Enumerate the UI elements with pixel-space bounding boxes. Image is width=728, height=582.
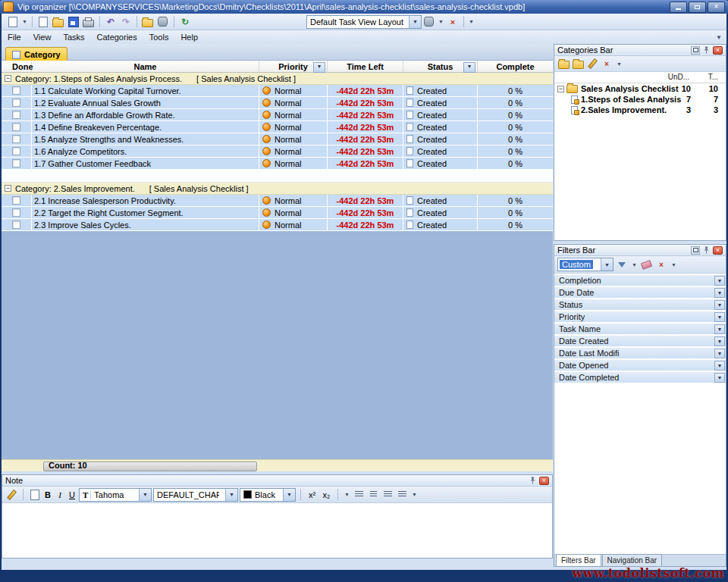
layout-select[interactable]: Default Task View Layout ▼	[306, 15, 422, 29]
categories-close-button[interactable]: ×	[713, 46, 723, 55]
align-center-button[interactable]	[367, 488, 380, 501]
done-checkbox[interactable]	[12, 196, 20, 205]
save-button[interactable]	[67, 15, 80, 29]
done-checkbox[interactable]	[12, 159, 20, 167]
column-undone[interactable]: UnD...	[668, 73, 689, 81]
insert-button[interactable]	[28, 488, 41, 501]
filters-options-icon[interactable]: ▼	[671, 262, 676, 268]
menu-item-view[interactable]: View	[27, 31, 58, 43]
chevron-down-icon[interactable]: ▼	[344, 492, 350, 497]
superscript-button[interactable]: x²	[306, 488, 318, 501]
done-checkbox[interactable]	[12, 208, 20, 217]
chevron-down-icon[interactable]: ▼	[283, 489, 295, 501]
italic-button[interactable]: I	[55, 488, 65, 501]
categories-options-icon[interactable]: ▼	[617, 61, 622, 67]
new-note-button[interactable]	[36, 15, 50, 29]
task-row[interactable]: 1.5 Analyze Strengths and Weaknesses.Nor…	[2, 133, 553, 146]
list-options-icon[interactable]: ▼	[412, 492, 417, 497]
filter-row-date-completed[interactable]: Date Completed▼	[554, 372, 726, 383]
task-row[interactable]: 2.1 Increase Salesperson Productivity.No…	[2, 195, 553, 207]
customize-layout-button[interactable]	[422, 15, 436, 29]
database-button[interactable]	[156, 15, 170, 29]
filter-row-task-name[interactable]: Task Name▼	[554, 324, 726, 335]
delete-filter-button[interactable]: ×	[655, 258, 667, 271]
filter-dropdown-icon[interactable]: ▼	[463, 62, 475, 73]
chevron-down-icon[interactable]: ▼	[714, 276, 725, 286]
filters-close-button[interactable]: ×	[713, 246, 723, 255]
filter-dropdown-icon[interactable]: ▼	[632, 262, 637, 268]
filter-row-due-date[interactable]: Due Date▼	[554, 287, 726, 299]
task-row[interactable]: 1.7 Gather Customer FeedbackNormal-442d …	[2, 158, 553, 170]
note-content[interactable]	[2, 503, 552, 557]
print-button[interactable]	[82, 15, 96, 29]
export-button[interactable]	[141, 15, 155, 29]
menu-item-tools[interactable]: Tools	[143, 31, 175, 43]
underline-button[interactable]: U	[67, 488, 77, 501]
column-header-time-left[interactable]: Time Left	[328, 61, 403, 72]
column-header-complete[interactable]: Complete	[478, 61, 553, 72]
menu-item-help[interactable]: Help	[174, 31, 204, 43]
subscript-button[interactable]: x₂	[320, 488, 333, 501]
tab-filters-bar[interactable]: Filters Bar	[556, 554, 601, 566]
filter-row-priority[interactable]: Priority▼	[554, 311, 726, 323]
done-checkbox[interactable]	[12, 123, 20, 131]
done-checkbox[interactable]	[12, 111, 20, 119]
done-checkbox[interactable]	[12, 86, 20, 95]
filter-preset-select[interactable]: Custom ▼	[557, 258, 613, 271]
delete-layout-button[interactable]: ×	[446, 15, 460, 29]
note-close-button[interactable]: ×	[539, 477, 549, 485]
chevron-down-icon[interactable]: ▼	[714, 349, 725, 358]
chevron-down-icon[interactable]: ▼	[714, 373, 725, 383]
task-row[interactable]: 2.2 Target the Right Customer Segment.No…	[2, 207, 553, 219]
category-tree-item-1-steps-of-sales-analysis-proc[interactable]: 1.Steps of Sales Analysis Proc77	[554, 94, 726, 105]
panel-restore-button[interactable]	[691, 246, 700, 255]
layout-dropdown-icon[interactable]: ▼	[438, 19, 444, 24]
collapse-icon[interactable]: −	[557, 86, 564, 92]
collapse-icon[interactable]: −	[5, 185, 11, 192]
column-total[interactable]: T...	[708, 73, 718, 81]
add-category-button[interactable]	[557, 58, 570, 70]
category-group-header[interactable]: −Category: 2.Sales Improvement.[ Sales A…	[2, 183, 553, 195]
delete-category-button[interactable]: ×	[601, 58, 613, 70]
clear-filter-button[interactable]	[641, 258, 653, 271]
filter-dropdown-icon[interactable]: ▼	[313, 62, 325, 73]
refresh-button[interactable]: ↻	[178, 15, 192, 29]
filter-row-date-opened[interactable]: Date Opened▼	[554, 360, 726, 371]
pin-icon[interactable]	[702, 46, 711, 55]
column-header-done[interactable]: Done	[2, 61, 32, 72]
chevron-down-icon[interactable]: ▼	[714, 288, 725, 298]
chevron-down-icon[interactable]: ▼	[225, 489, 237, 501]
task-row[interactable]: 1.2 Evaluate Annual Sales GrowthNormal-4…	[2, 97, 553, 109]
chevron-down-icon[interactable]: ▼	[714, 361, 725, 371]
chevron-down-icon[interactable]: ▼	[601, 258, 613, 271]
chevron-down-icon[interactable]: ▼	[139, 489, 151, 501]
pin-icon[interactable]	[529, 477, 537, 485]
task-row[interactable]: 1.4 Define Breakeven Percentage.Normal-4…	[2, 121, 553, 133]
tab-navigation-bar[interactable]: Navigation Bar	[602, 554, 663, 566]
close-button[interactable]: ×	[708, 2, 725, 13]
task-row[interactable]: 1.1 Calculate Working Capital Turnover.N…	[2, 85, 553, 97]
done-checkbox[interactable]	[12, 99, 20, 107]
align-left-button[interactable]	[353, 488, 366, 501]
filter-row-date-last-modifi[interactable]: Date Last Modifi▼	[554, 348, 726, 359]
filter-row-completion[interactable]: Completion▼	[554, 275, 726, 286]
chevron-down-icon[interactable]: ▼	[714, 300, 725, 310]
column-header-status[interactable]: Status▼	[403, 61, 478, 72]
chevron-down-icon[interactable]: ▼	[714, 312, 725, 322]
chevron-down-icon[interactable]: ▼	[714, 324, 725, 334]
chevron-down-icon[interactable]: ▼	[714, 336, 725, 346]
panel-restore-button[interactable]	[691, 46, 700, 55]
done-checkbox[interactable]	[12, 135, 20, 143]
new-dropdown-icon[interactable]: ▼	[22, 19, 27, 24]
pin-icon[interactable]	[702, 246, 711, 255]
task-row[interactable]: 1.6 Analyze Competitors.Normal-442d 22h …	[2, 146, 553, 158]
category-group-header[interactable]: −Category: 1.Steps of Sales Analysis Pro…	[2, 73, 553, 85]
menu-overflow-icon[interactable]: ▼	[716, 34, 722, 41]
collapse-icon[interactable]: −	[5, 75, 11, 82]
category-tree-item-sales-analysis-checklist[interactable]: −Sales Analysis Checklist1010	[554, 83, 726, 94]
filter-row-date-created[interactable]: Date Created▼	[554, 336, 726, 347]
chevron-down-icon[interactable]: ▼	[409, 16, 421, 28]
category-tree-item-2-sales-improvement[interactable]: 2.Sales Improvement.33	[554, 105, 726, 115]
menu-item-tasks[interactable]: Tasks	[57, 31, 90, 43]
task-row[interactable]: 2.3 Improve Sales Cycles.Normal-442d 22h…	[2, 219, 553, 231]
